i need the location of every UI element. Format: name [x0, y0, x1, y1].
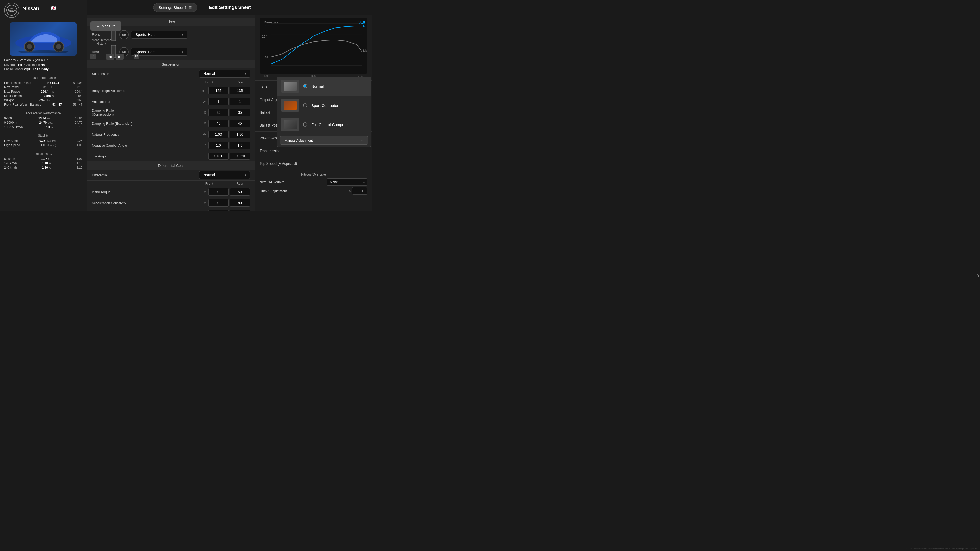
- manual-adj-button[interactable]: Manual Adjustment ···: [280, 136, 368, 144]
- base-perf-title: Base Performance: [30, 76, 56, 79]
- nat-freq-rear[interactable]: 1.80: [230, 130, 250, 138]
- nitrous-label: Nitrous/Overtake: [259, 180, 327, 184]
- transmission-label: Transmission: [259, 149, 368, 153]
- top-speed-section: Top Speed (A Adjusted): [256, 157, 372, 170]
- sport-radio: [303, 103, 307, 107]
- next-button[interactable]: ▶: [116, 54, 124, 60]
- stat-row-1000m: 0-1000 m 24.70 sec. 24.70: [4, 121, 83, 124]
- accel-sens-front[interactable]: 0: [208, 199, 229, 206]
- r1-button[interactable]: R1: [134, 54, 139, 59]
- body-height-label: Body Height Adjustment: [92, 89, 200, 93]
- car-drivetrain: Drivetrain FR / Aspiration NA: [4, 63, 83, 67]
- full-ecu-icon-box: [281, 118, 299, 131]
- svg-point-7: [56, 44, 61, 49]
- car-brand: Nissan: [22, 6, 39, 11]
- menu-icon: ☰: [189, 6, 192, 10]
- svg-text:ft·lb: ft·lb: [363, 49, 367, 52]
- nitrous-dropdown[interactable]: None: [327, 178, 368, 186]
- rear-tire-label: Rear: [92, 50, 107, 54]
- normal-ecu-icon-box: [281, 80, 299, 93]
- body-height-front[interactable]: 125: [208, 87, 229, 94]
- stat-row-power: Max Power 310 HP 310: [4, 86, 83, 89]
- sh-badge-front: SH: [119, 30, 129, 39]
- full-label: Full Control Computer: [311, 122, 349, 127]
- body-height-row: Body Height Adjustment mm 125 135: [87, 85, 255, 96]
- camber-front[interactable]: 1.0: [208, 141, 229, 149]
- init-torque-front[interactable]: 0: [208, 188, 229, 196]
- stat-row-high-speed: High Speed -1.00 (Under) -1.00: [4, 143, 83, 147]
- accel-perf-title: Acceleration Performance: [25, 111, 61, 115]
- svg-point-8: [18, 50, 69, 53]
- nissan-logo: NISSAN: [4, 3, 19, 18]
- output-input[interactable]: 0: [352, 187, 368, 195]
- measure-button[interactable]: Measure: [90, 21, 121, 30]
- accel-sens-rear[interactable]: 80: [230, 199, 250, 206]
- damping-exp-front[interactable]: 45: [208, 120, 229, 127]
- divider-2: [4, 109, 83, 110]
- damping-comp-front[interactable]: 35: [208, 109, 229, 116]
- init-torque-rear[interactable]: 50: [230, 188, 250, 196]
- manual-adj-container: Manual Adjustment ···: [277, 134, 371, 147]
- rear-tire-dropdown[interactable]: Sports: Hard: [131, 48, 187, 56]
- normal-ecu-icon: [284, 82, 297, 91]
- stat-row-100-150: 100-150 km/h 5.10 sec. 5.10: [4, 125, 83, 129]
- accel-sens-row: Acceleration Sensitivity Lv. 0 80: [87, 197, 255, 208]
- stat-row-torque: Max Torque 264.4 ft-lb 264.4: [4, 90, 83, 94]
- suspension-dropdown[interactable]: Normal: [199, 70, 250, 78]
- differential-label: Differential: [92, 173, 199, 177]
- stability-title: Stability: [38, 134, 48, 138]
- col-rear: Rear: [230, 80, 250, 84]
- car-image: [10, 22, 76, 56]
- dots-icon: ···: [204, 5, 207, 10]
- toe-rear[interactable]: ↕↕ 0.20: [230, 152, 250, 160]
- ecu-option-full[interactable]: Full Control Computer: [277, 115, 371, 134]
- camber-rear[interactable]: 1.5: [230, 141, 250, 149]
- edit-button[interactable]: ···: [204, 5, 207, 10]
- toe-row: Toe Angle ° ↕↕ 0.00 ↕↕ 0.20: [87, 151, 255, 162]
- l1-button[interactable]: L1: [90, 54, 96, 59]
- stat-row-60: 60 km/h 1.07 G 1.07: [4, 157, 83, 161]
- prev-button[interactable]: ◀: [106, 54, 114, 60]
- sport-ecu-icon: [284, 101, 297, 110]
- stat-row-displacement: Displacement 3498 cc 3498: [4, 94, 83, 98]
- differential-dropdown[interactable]: Normal: [199, 171, 250, 179]
- left-panel: NISSAN Nissan 🇯🇵 Fairlady Z Version S (Z…: [0, 0, 87, 211]
- damping-exp-rear[interactable]: 45: [230, 120, 250, 127]
- body-height-rear[interactable]: 135: [230, 87, 250, 94]
- ecu-option-sport[interactable]: Sport Computer: [277, 96, 371, 115]
- country-flag: 🇯🇵: [51, 6, 56, 11]
- anti-roll-rear[interactable]: 1: [230, 98, 250, 105]
- main-content: Tires Front SH Sports: Hard Rear SH: [87, 15, 255, 211]
- suspension-col-headers: Front Rear: [87, 79, 255, 85]
- stat-row-balance: Front-Rear Weight Balance 53 : 47 53 : 4…: [4, 103, 83, 106]
- anti-roll-front[interactable]: 1: [208, 98, 229, 105]
- damping-comp-rear[interactable]: 35: [230, 109, 250, 116]
- front-tire-dropdown[interactable]: Sports: Hard: [131, 31, 187, 38]
- brake-sens-front[interactable]: 0: [208, 210, 229, 211]
- history-label: MeasurementHistory: [92, 38, 110, 45]
- normal-radio: [303, 84, 307, 88]
- svg-rect-10: [112, 29, 115, 40]
- performance-graph: Downforce 264 310 264 310 hp ft·lb: [259, 18, 368, 74]
- stat-row-120: 120 km/h 1.10 G 1.10: [4, 162, 83, 165]
- settings-sheet-button[interactable]: Settings Sheet 1 ☰: [153, 3, 197, 12]
- stat-row-pp: Performance Points PP 514.04 514.04: [4, 81, 83, 85]
- front-tire-label: Front: [92, 33, 107, 37]
- output-adj-row: Output Adjustment % 0: [259, 187, 368, 195]
- ecu-dropdown-overlay: Normal Sport Computer Full Control Compu…: [277, 76, 371, 147]
- diff-section-header: Differential Gear: [87, 162, 255, 170]
- stat-row-weight: Weight 3263 lbs. 3263: [4, 98, 83, 102]
- nat-freq-front[interactable]: 1.60: [208, 130, 229, 138]
- brake-sens-row: Braking Sensitivity Lv. 0 0: [87, 208, 255, 211]
- ecu-option-normal[interactable]: Normal: [277, 77, 371, 96]
- nitrous-section: Nitrous/Overtake Nitrous/Overtake None ▼…: [256, 170, 372, 199]
- brake-sens-rear[interactable]: 0: [230, 210, 250, 211]
- full-ecu-icon: [284, 120, 297, 129]
- car-model: Fairlady Z Version S (Z33) '07: [4, 58, 83, 62]
- svg-text:310: 310: [265, 24, 269, 27]
- nat-freq-row: Natural Frequency Hz 1.60 1.80: [87, 129, 255, 140]
- toe-front[interactable]: ↕↕ 0.00: [208, 152, 229, 160]
- full-radio: [303, 122, 307, 127]
- car-info: Fairlady Z Version S (Z33) '07 Drivetrai…: [4, 58, 83, 72]
- top-bar: Settings Sheet 1 ☰ ··· Edit Settings She…: [87, 0, 372, 15]
